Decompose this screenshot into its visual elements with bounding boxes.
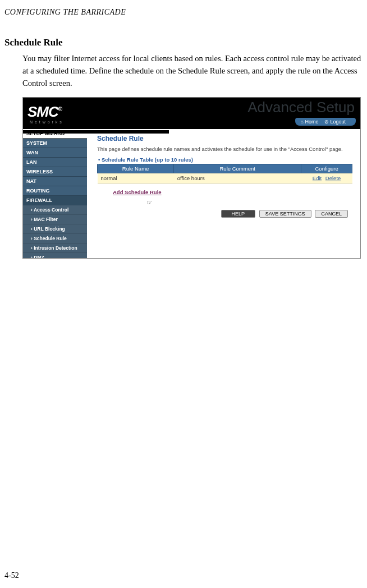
help-button[interactable]: HELP: [221, 210, 256, 218]
page-number: 4-52: [4, 571, 19, 580]
cancel-button[interactable]: CANCEL: [315, 210, 348, 218]
nav-access-control[interactable]: Access Control: [23, 205, 87, 215]
content-description: This page defines schedule rule names an…: [97, 146, 352, 152]
edit-link[interactable]: Edit: [313, 175, 322, 181]
nav-intrusion-detection[interactable]: Intrusion Detection: [23, 244, 87, 253]
content-pane: Schedule Rule This page defines schedule…: [87, 129, 360, 258]
nav-firewall[interactable]: FIREWALL: [23, 196, 87, 205]
nav-system[interactable]: SYSTEM: [23, 139, 87, 148]
nav-mac-filter[interactable]: MAC Filter: [23, 215, 87, 224]
cell-actions: Edit Delete: [301, 173, 352, 183]
nav-schedule-rule[interactable]: Schedule Rule: [23, 234, 87, 244]
cell-rule-comment: office hours: [174, 173, 301, 183]
nav-wireless[interactable]: WIRELESS: [23, 167, 87, 177]
nav-routing[interactable]: ROUTING: [23, 186, 87, 196]
running-header: CONFIGURING THE BARRICADE: [0, 0, 367, 17]
nav-nat[interactable]: NAT: [23, 177, 87, 186]
pointer-cursor-icon: ☞: [146, 199, 153, 206]
embedded-screenshot: SMC® N e t w o r k s Advanced Setup ⌂ Ho…: [22, 97, 361, 259]
brand-logo: SMC®: [27, 103, 62, 121]
banner-title: Advanced Setup: [247, 99, 355, 116]
app-header-bar: SMC® N e t w o r k s Advanced Setup ⌂ Ho…: [23, 98, 360, 129]
nav-lan[interactable]: LAN: [23, 158, 87, 167]
action-button-row: HELP SAVE SETTINGS CANCEL: [97, 210, 352, 218]
schedule-rule-table: Rule Name Rule Comment Configure normal …: [97, 164, 352, 183]
sidebar-nav: SETUP WIZARD SYSTEM WAN LAN WIRELESS NAT…: [23, 129, 87, 258]
content-title: Schedule Rule: [97, 135, 352, 143]
col-configure: Configure: [301, 164, 352, 173]
nav-dmz[interactable]: DMZ: [23, 253, 87, 259]
header-link-bar: ⌂ Home ⊘ Logout: [295, 118, 356, 126]
intro-paragraph: You may filter Internet access for local…: [0, 53, 367, 89]
col-rule-name: Rule Name: [98, 164, 174, 173]
add-schedule-rule-link[interactable]: Add Schedule Rule: [113, 189, 162, 195]
nav-url-blocking[interactable]: URL Blocking: [23, 224, 87, 234]
brand-subtext: N e t w o r k s: [30, 120, 62, 124]
home-link[interactable]: ⌂ Home: [301, 119, 319, 125]
table-heading: Schedule Rule Table (up to 10 rules): [105, 157, 352, 163]
save-settings-button[interactable]: SAVE SETTINGS: [259, 210, 311, 218]
cell-rule-name: normal: [98, 173, 174, 183]
col-rule-comment: Rule Comment: [174, 164, 301, 173]
delete-link[interactable]: Delete: [325, 175, 341, 181]
section-title: Schedule Rule: [0, 17, 367, 53]
logout-link[interactable]: ⊘ Logout: [324, 119, 346, 125]
nav-wan[interactable]: WAN: [23, 148, 87, 158]
table-row: normal office hours Edit Delete: [98, 173, 352, 183]
